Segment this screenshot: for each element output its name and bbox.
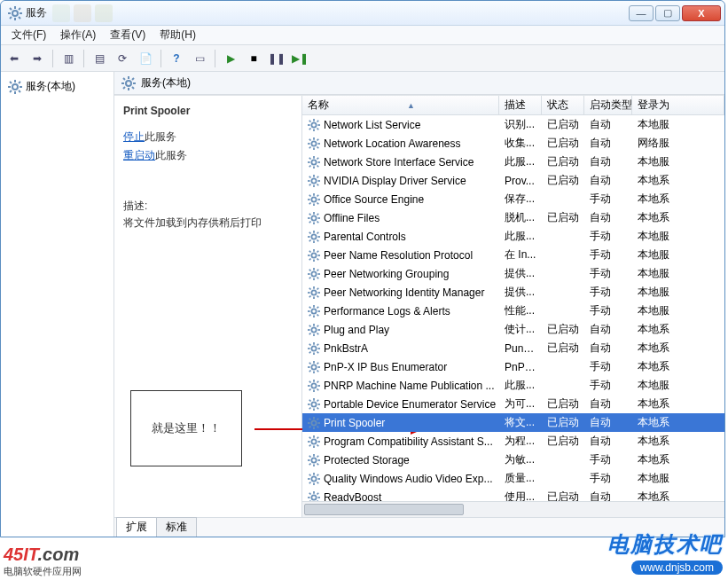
service-row[interactable]: Peer Networking Identity Manager提供...手动本…: [302, 283, 724, 302]
menubar: 文件(F) 操作(A) 查看(V) 帮助(H): [1, 26, 724, 45]
service-status: 已启动: [542, 341, 584, 356]
close-button[interactable]: X: [682, 5, 721, 21]
service-list: 名称▲ 描述 状态 启动类型 登录为 Network List Service识…: [302, 96, 724, 517]
service-status: 已启动: [542, 415, 584, 430]
service-row[interactable]: Performance Logs & Alerts性能...手动本地服: [302, 302, 724, 320]
service-row[interactable]: Peer Networking Grouping提供...手动本地服: [302, 264, 724, 283]
export-button[interactable]: 📄: [136, 49, 155, 68]
service-status: 已启动: [542, 434, 584, 449]
service-row[interactable]: PNRP Machine Name Publication ...此服...手动…: [302, 376, 724, 395]
back-button[interactable]: ⬅: [4, 49, 24, 68]
service-name: Print Spooler: [324, 417, 385, 429]
tab-standard[interactable]: 标准: [156, 517, 197, 537]
service-name: Offline Files: [324, 212, 380, 224]
service-row[interactable]: Parental Controls此服...手动本地服: [302, 227, 724, 246]
window-title: 服务: [26, 5, 47, 20]
service-status: 已启动: [542, 396, 584, 411]
service-desc: 使计...: [499, 322, 542, 337]
gear-icon: [308, 473, 320, 485]
service-desc: 为程...: [499, 434, 542, 449]
service-row[interactable]: Plug and Play使计...已启动自动本地系: [302, 320, 724, 339]
service-row[interactable]: ReadyBoost使用...已启动自动本地系: [302, 488, 724, 501]
start-service-button[interactable]: ▶: [221, 49, 240, 68]
service-startup: 手动: [584, 303, 632, 318]
service-row[interactable]: Program Compatibility Assistant S...为程..…: [302, 432, 724, 451]
description-label: 描述:: [123, 199, 293, 214]
service-row[interactable]: Protected Storage为敏...手动本地系: [302, 451, 724, 469]
service-row[interactable]: Network Store Interface Service此服...已启动自…: [302, 153, 724, 171]
show-hide-tree-button[interactable]: ▥: [59, 49, 78, 68]
gear-icon: [308, 324, 320, 336]
scrollbar-thumb[interactable]: [304, 504, 464, 515]
service-row[interactable]: PnP-X IP Bus EnumeratorPnP-...手动本地系: [302, 357, 724, 376]
service-row[interactable]: Network List Service识别...已启动自动本地服: [302, 115, 724, 134]
service-logon: 本地服: [632, 471, 724, 486]
service-desc: 此服...: [499, 154, 542, 169]
service-name: Protected Storage: [324, 454, 410, 466]
restart-link[interactable]: 重启动: [123, 149, 155, 161]
service-name: Network Store Interface Service: [324, 156, 474, 169]
restart-service-button[interactable]: ▶❚: [290, 49, 309, 68]
service-row[interactable]: Print Spooler将文...已启动自动本地系: [302, 413, 724, 432]
col-description[interactable]: 描述: [499, 96, 542, 114]
service-row[interactable]: Quality Windows Audio Video Exp...质量...手…: [302, 469, 724, 488]
service-row[interactable]: Offline Files脱机...已启动自动本地系: [302, 208, 724, 227]
forward-button[interactable]: ➡: [27, 49, 47, 68]
service-status: 已启动: [542, 173, 584, 188]
col-status[interactable]: 状态: [542, 96, 584, 114]
service-logon: 本地系: [632, 396, 724, 411]
minimize-button[interactable]: —: [629, 5, 654, 21]
titlebar[interactable]: 服务 — ▢ X: [1, 1, 724, 26]
service-row[interactable]: Portable Device Enumerator Service为可...已…: [302, 395, 724, 413]
gear-icon: [308, 286, 320, 299]
service-desc: 质量...: [499, 471, 542, 486]
service-status: 已启动: [542, 210, 584, 225]
stop-link[interactable]: 停止: [123, 130, 145, 143]
tree-root-label: 服务(本地): [26, 79, 75, 94]
console-tree[interactable]: 服务(本地): [1, 72, 114, 537]
service-startup: 手动: [584, 471, 632, 486]
tab-extended[interactable]: 扩展: [116, 517, 157, 537]
menu-file[interactable]: 文件(F): [4, 26, 53, 44]
properties-button[interactable]: ▤: [90, 49, 109, 68]
service-startup: 手动: [584, 229, 632, 244]
service-logon: 本地系: [632, 192, 724, 207]
service-startup: 自动: [584, 415, 632, 430]
column-headers: 名称▲ 描述 状态 启动类型 登录为: [302, 96, 724, 115]
menu-action[interactable]: 操作(A): [53, 26, 103, 44]
watermarks: 45IT.com 电脑软硬件应用网 电脑技术吧 www.dnjsb.com: [0, 536, 728, 580]
service-row[interactable]: PnkBstrAPunk...已启动自动本地系: [302, 339, 724, 357]
service-status: 已启动: [542, 154, 584, 169]
service-startup: 手动: [584, 378, 632, 393]
service-desc: 此服...: [499, 378, 542, 393]
col-startup[interactable]: 启动类型: [584, 96, 632, 114]
col-logon[interactable]: 登录为: [632, 96, 724, 114]
pause-service-button[interactable]: ❚❚: [267, 49, 286, 68]
service-name: Office Source Engine: [324, 193, 424, 206]
horizontal-scrollbar[interactable]: [302, 501, 724, 517]
service-name: Performance Logs & Alerts: [324, 305, 450, 317]
service-row[interactable]: NVIDIA Display Driver ServiceProv...已启动自…: [302, 171, 724, 190]
menu-help[interactable]: 帮助(H): [153, 26, 203, 44]
gear-icon: [308, 212, 320, 224]
service-row[interactable]: Office Source Engine保存...手动本地系: [302, 190, 724, 208]
service-row[interactable]: Peer Name Resolution Protocol在 In...手动本地…: [302, 246, 724, 264]
gear-icon: [308, 249, 320, 262]
stop-service-button[interactable]: ■: [244, 49, 263, 68]
col-name[interactable]: 名称▲: [302, 96, 499, 114]
gear-icon: [308, 137, 320, 150]
service-startup: 手动: [584, 192, 632, 207]
menu-view[interactable]: 查看(V): [103, 26, 153, 44]
help-button[interactable]: ?: [167, 49, 186, 68]
toolbar-button[interactable]: ▭: [190, 49, 209, 68]
service-desc: 提供...: [499, 285, 542, 300]
service-startup: 手动: [584, 359, 632, 374]
service-row[interactable]: Network Location Awareness收集...已启动自动网络服: [302, 134, 724, 153]
maximize-button[interactable]: ▢: [655, 5, 680, 21]
tree-root[interactable]: 服务(本地): [4, 77, 110, 96]
service-startup: 自动: [584, 396, 632, 411]
refresh-button[interactable]: ⟳: [113, 49, 132, 68]
service-name: Program Compatibility Assistant S...: [324, 435, 493, 448]
service-desc: 使用...: [499, 490, 542, 501]
service-status: 已启动: [542, 117, 584, 132]
